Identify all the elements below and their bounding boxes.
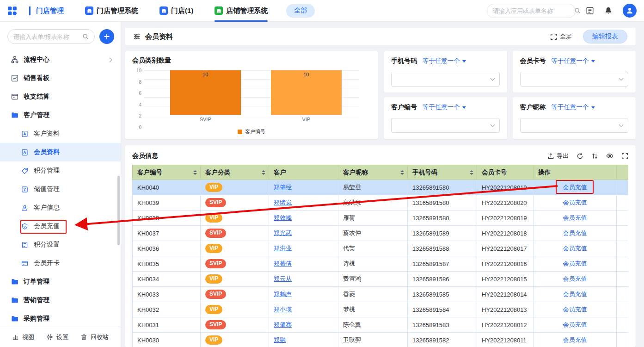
customer-link[interactable]: 郑慕倩 [274, 260, 292, 267]
sidebar-item-order-management[interactable]: 订单管理 [0, 273, 121, 291]
member-recharge-action-link[interactable]: 会员充值 [563, 229, 587, 236]
sidebar-item-stored-value-management[interactable]: 储值管理 [0, 180, 121, 198]
y-tick-label: 10 [136, 68, 141, 73]
column-header-customer-id[interactable]: 客户编号 [133, 165, 201, 180]
edit-report-button[interactable]: 编辑报表 [583, 30, 627, 43]
app-search-input[interactable] [493, 7, 574, 14]
member-recharge-action-link[interactable]: 会员充值 [563, 291, 587, 297]
sidebar-item-customer-profile[interactable]: 客户资料 [0, 124, 121, 143]
sidebar-item-purchase-management[interactable]: 采购管理 [0, 310, 121, 328]
avatar[interactable] [623, 4, 637, 18]
bell-icon[interactable] [604, 6, 613, 15]
sidebar-item-member-recharge[interactable]: 会员充值 [0, 217, 121, 235]
cell-customer-nickname: 雁荷 [338, 211, 408, 226]
customer-link[interactable]: 郑肇经 [274, 184, 292, 191]
sort-icon[interactable] [400, 170, 404, 175]
table-row[interactable]: KH0032 VIP 郑小瑛 梦桃 13265891584 HY20221208… [133, 302, 628, 317]
table-row[interactable]: KH0038 VIP 郑效峰 雁荷 13265891580 HY20221208… [133, 211, 628, 226]
filter-label: 客户编号 [391, 103, 417, 112]
table-row[interactable]: KH0034 VIP 郑云从 费宜鸿 13265891586 HY2022120… [133, 272, 628, 287]
table-row[interactable]: KH0035 SVIP 郑慕倩 诗桃 13265891587 HY2022120… [133, 256, 628, 272]
member-recharge-action-link[interactable]: 会员充值 [563, 306, 587, 313]
table-row[interactable]: KH0037 SVIP 郑光武 蔡农仲 13265891589 HY202212… [133, 226, 628, 241]
add-form-button[interactable] [99, 29, 114, 44]
sidebar-item-points-management[interactable]: 积分管理 [0, 161, 121, 180]
table-tool-eye[interactable] [606, 152, 613, 160]
table-tool-export[interactable]: 导出 [547, 152, 569, 160]
sidebar-item-customer-info[interactable]: 客户信息 [0, 198, 121, 217]
customer-link[interactable]: 郑洪业 [274, 245, 292, 252]
sidebar-item-points-settings[interactable]: 积分设置 [0, 235, 121, 254]
table-row[interactable]: KH0033 SVIP 郑鹤声 香菱 13265891585 HY2022120… [133, 287, 628, 302]
sidebar-item-label: 采购管理 [24, 315, 49, 323]
filter-value-select-customer-id[interactable] [391, 118, 500, 133]
customer-link[interactable]: 郑效峰 [274, 214, 292, 221]
filter-condition-dropdown[interactable]: 等于任意一个 [552, 103, 595, 112]
column-header-customer: 客户 [269, 165, 338, 180]
category-badge: VIP [205, 213, 222, 222]
customer-link[interactable]: 郑绪岚 [274, 199, 292, 206]
filter-value-select-member-card-no[interactable] [520, 72, 629, 87]
sidebar-item-member-card-opening[interactable]: 会员开卡 [0, 254, 121, 273]
app-search[interactable] [487, 4, 576, 18]
footer-recycle-bin-button[interactable]: 回收站 [80, 333, 109, 341]
member-recharge-action-link[interactable]: 会员充值 [563, 184, 587, 191]
table-row[interactable]: KH0039 SVIP 郑绪岚 高洪泉 13165891580 HY202212… [133, 195, 628, 211]
customer-link[interactable]: 郑鹤声 [274, 291, 292, 297]
table-row[interactable]: KH0040 VIP 郑肇经 易莹登 13265891580 HY2022120… [133, 180, 628, 195]
filter-condition-dropdown[interactable]: 等于任意一个 [552, 57, 595, 65]
all-apps-button[interactable]: 全部 [286, 4, 315, 18]
sidebar-item-income-expense-settlement[interactable]: 收支结算 [0, 87, 121, 106]
tab-shop-management-system[interactable]: 店铺管理系统 [215, 0, 268, 22]
member-recharge-action-link[interactable]: 会员充值 [563, 336, 587, 343]
tab-store-1[interactable]: 门店(1) [159, 0, 193, 22]
sort-icon[interactable] [193, 170, 197, 175]
workspace-title[interactable]: 门店管理 [29, 6, 64, 15]
table-tool-sort[interactable] [591, 153, 598, 160]
sort-icon[interactable] [262, 170, 265, 175]
table-row[interactable]: KH0031 SVIP 郑肇骞 陈仓翼 13265891583 HY202212… [133, 317, 628, 333]
sidebar-scrollbar[interactable] [117, 176, 120, 245]
member-recharge-action-link[interactable]: 会员充值 [563, 321, 587, 328]
filter-condition-dropdown[interactable]: 等于任意一个 [423, 103, 466, 112]
member-recharge-action-link[interactable]: 会员充值 [563, 260, 587, 267]
sort-icon[interactable] [470, 170, 473, 175]
member-recharge-action-link[interactable]: 会员充值 [563, 214, 587, 221]
cell-customer-category: VIP [201, 333, 269, 347]
filter-value-select-customer-nickname[interactable] [520, 118, 629, 133]
sidebar-search-input[interactable] [13, 33, 82, 40]
sidebar-search[interactable] [7, 29, 95, 44]
fullscreen-button[interactable]: 全屏 [550, 32, 572, 41]
table-tool-fullscreen[interactable] [621, 153, 628, 160]
filter-value-select-phone-number[interactable] [391, 72, 500, 87]
customer-link[interactable]: 郑光武 [274, 229, 292, 236]
customer-link[interactable]: 郑云从 [274, 275, 292, 282]
apps-grid-icon[interactable] [7, 6, 17, 16]
column-header-customer-category[interactable]: 客户分类 [201, 165, 269, 180]
footer-views-button[interactable]: 视图 [12, 333, 34, 341]
form-library-icon[interactable] [586, 6, 594, 15]
search-icon [82, 33, 89, 40]
sidebar-item-process-center[interactable]: 流程中心 [0, 50, 121, 69]
member-recharge-action-link[interactable]: 会员充值 [563, 199, 587, 206]
filter-condition-dropdown[interactable]: 等于任意一个 [423, 57, 466, 65]
table-row[interactable]: KH0030 VIP 郑融 卫耿羿 13265891582 HY20221208… [133, 333, 628, 347]
member-recharge-action-link[interactable]: 会员充值 [563, 245, 587, 252]
customer-link[interactable]: 郑肇骞 [274, 321, 292, 328]
sidebar-item-sales-dashboard[interactable]: 销售看板 [0, 69, 121, 87]
sidebar-item-member-profile[interactable]: 会员资料 [0, 143, 121, 161]
cell-trailing [617, 211, 628, 226]
member-recharge-action-link[interactable]: 会员充值 [563, 275, 587, 282]
column-header-phone-number[interactable]: 手机号码 [408, 165, 477, 180]
customer-link[interactable]: 郑小瑛 [274, 306, 292, 313]
cell-customer: 郑肇经 [269, 180, 338, 195]
table-tool-refresh[interactable] [577, 153, 583, 160]
table-row[interactable]: KH0036 VIP 郑洪业 代芙 13265891588 HY20221208… [133, 241, 628, 256]
sidebar-item-marketing-management[interactable]: 营销管理 [0, 291, 121, 310]
footer-settings-button[interactable]: 设置 [46, 333, 68, 341]
tab-store-management-system[interactable]: 门店管理系统 [85, 0, 138, 22]
collapse-menu-icon[interactable] [133, 33, 141, 40]
customer-link[interactable]: 郑融 [274, 336, 286, 343]
column-header-customer-nickname[interactable]: 客户昵称 [338, 165, 408, 180]
sidebar-item-customer-management[interactable]: 客户管理 [0, 106, 121, 124]
